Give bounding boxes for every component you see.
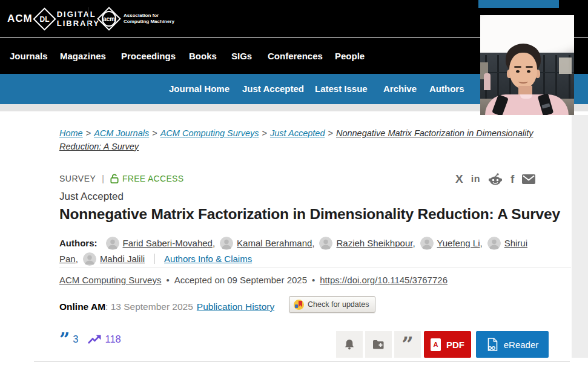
author-avatar — [106, 237, 119, 250]
check-for-updates-button[interactable]: Check for updates — [289, 296, 375, 313]
authors-divider — [154, 254, 155, 264]
authors-info-claims-link[interactable]: Authors Info & Claims — [164, 254, 252, 264]
doi-link[interactable]: https://doi.org/10.1145/3767726 — [320, 275, 448, 285]
acm-dl-logo-text: ACM — [7, 13, 33, 25]
share-reddit-icon[interactable] — [488, 173, 503, 185]
author-link[interactable]: Farid Saberi-Movahed — [123, 238, 213, 248]
share-linkedin-icon[interactable]: in — [471, 174, 480, 185]
author-avatar — [420, 237, 434, 250]
subnav-journal-home[interactable]: Journal Home — [169, 74, 230, 104]
nav-books[interactable]: Books — [189, 38, 217, 74]
ereader-button[interactable]: eReader — [476, 331, 549, 358]
webcam-person-face — [509, 53, 537, 89]
online-am-date: : 13 September 2025 — [105, 301, 193, 312]
quote-icon: ” — [401, 338, 414, 350]
journal-link[interactable]: ACM Computing Surveys — [59, 275, 161, 285]
citations-count[interactable]: 3 — [73, 334, 78, 345]
folder-plus-icon — [372, 340, 385, 349]
article-flags: SURVEY | FREE ACCESS — [59, 174, 183, 183]
authors-block: Authors:Farid Saberi-Movahed,Kamal Berah… — [59, 235, 544, 267]
breadcrumb-acm-journals[interactable]: ACM Journals — [94, 128, 149, 138]
author-avatar — [319, 237, 332, 250]
bottom-divider — [34, 361, 570, 362]
author-link[interactable]: Yuefeng Li — [437, 238, 480, 248]
pdf-file-icon: A — [431, 338, 441, 351]
breadcrumb: Home>ACM Journals>ACM Computing Surveys>… — [59, 127, 539, 153]
author-link[interactable]: Razieh Sheikhpour — [336, 238, 412, 248]
nav-proceedings[interactable]: Proceedings — [121, 38, 176, 74]
content-type-label: SURVEY — [59, 174, 96, 183]
share-x-icon[interactable]: X — [455, 173, 463, 186]
subnav-latest-issue[interactable]: Latest Issue — [315, 74, 368, 104]
publication-row: ACM Computing Surveys•Accepted on 09 Sep… — [59, 275, 448, 285]
association-wordmark: Association forComputing Machinery — [124, 13, 174, 25]
right-gutter — [572, 115, 588, 358]
header-divider — [88, 7, 88, 30]
collection-label: Just Accepted — [59, 191, 124, 203]
breadcrumb-journal[interactable]: ACM Computing Surveys — [160, 128, 259, 138]
nav-conferences[interactable]: Conferences — [268, 38, 323, 74]
author-link[interactable]: Kamal Berahmand — [237, 238, 312, 248]
author-link[interactable]: Mahdi Jalili — [100, 254, 145, 264]
digital-library-wordmark: DIGITALLIBRARY — [57, 10, 100, 28]
share-bar: X in f — [455, 172, 535, 186]
article-title: Nonnegative Matrix Factorization in Dime… — [59, 206, 580, 223]
webcam-overlay — [480, 15, 574, 115]
metrics-bar: ” 3 118 — [59, 334, 121, 345]
share-email-icon[interactable] — [522, 174, 535, 184]
metrics-count[interactable]: 118 — [105, 334, 121, 345]
author-avatar — [487, 237, 501, 250]
author-avatar — [83, 252, 96, 266]
alerts-button[interactable] — [336, 331, 363, 358]
accepted-date: Accepted on 09 September 2025 — [174, 275, 307, 285]
metrics-trend-icon — [88, 335, 102, 344]
acm-association-logo[interactable]: acm Association forComputing Machinery — [97, 7, 174, 31]
breadcrumb-home[interactable]: Home — [59, 128, 83, 138]
citations-icon: ” — [59, 334, 70, 345]
subnav-authors[interactable]: Authors — [429, 74, 464, 104]
subnav-archive[interactable]: Archive — [383, 74, 417, 104]
crossref-icon — [294, 300, 304, 310]
online-am-row: Online AM: 13 September 2025Publication … — [59, 301, 274, 312]
acm-dl-page: ACM DL DIGITALLIBRARY acm Association fo… — [0, 0, 588, 365]
authors-label: Authors: — [59, 238, 97, 248]
subnav-just-accepted[interactable]: Just Accepted — [242, 74, 304, 104]
publication-history-link[interactable]: Publication History — [197, 301, 274, 312]
nav-sigs[interactable]: SIGs — [231, 38, 252, 74]
acm-dl-logo[interactable]: ACM DL DIGITALLIBRARY — [7, 8, 100, 29]
nav-magazines[interactable]: Magazines — [60, 38, 106, 74]
free-access-badge: FREE ACCESS — [122, 174, 183, 183]
nav-journals[interactable]: Journals — [10, 38, 48, 74]
pdf-button[interactable]: A PDF — [424, 331, 471, 358]
acm-diamond-icon: acm — [97, 7, 121, 31]
author-avatar — [220, 237, 233, 250]
online-am-label: Online AM — [59, 301, 105, 312]
bell-icon — [345, 339, 354, 350]
nav-people[interactable]: People — [335, 38, 365, 74]
breadcrumb-just-accepted[interactable]: Just Accepted — [270, 128, 325, 138]
share-facebook-icon[interactable]: f — [510, 173, 514, 186]
chevron-down-icon[interactable] — [462, 160, 470, 166]
add-to-collection-button[interactable] — [365, 331, 392, 358]
webcam-bystander — [484, 73, 491, 90]
ereader-icon — [486, 338, 498, 351]
open-lock-icon — [110, 174, 119, 183]
section-divider — [59, 267, 571, 268]
cite-button[interactable]: ” — [394, 331, 421, 358]
top-blue-fragment — [478, 0, 559, 8]
dl-diamond-icon: DL — [33, 7, 56, 30]
